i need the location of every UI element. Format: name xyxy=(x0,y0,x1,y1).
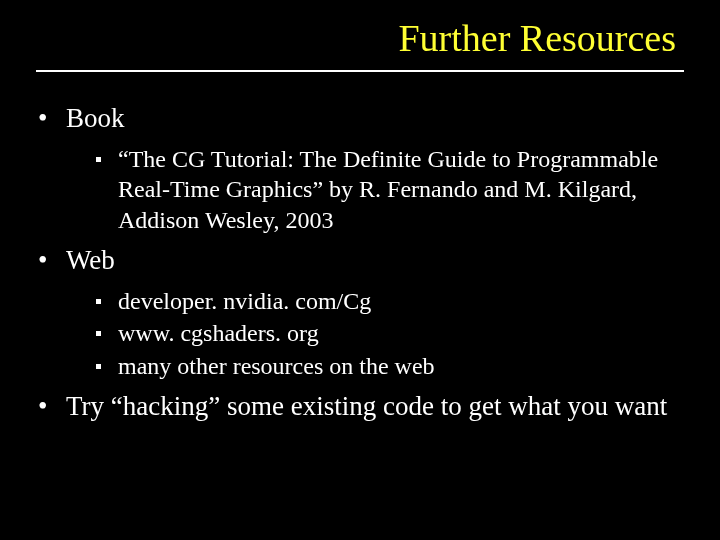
bullet-web: Web developer. nvidia. com/Cg www. cgsha… xyxy=(36,244,684,382)
sub-bullet-text: www. cgshaders. org xyxy=(118,320,319,346)
slide: Further Resources Book “The CG Tutorial:… xyxy=(0,0,720,540)
bullet-label: Book xyxy=(66,103,125,133)
bullet-label: Try “hacking” some existing code to get … xyxy=(66,391,667,421)
sub-bullet-text: many other resources on the web xyxy=(118,353,435,379)
bullet-book: Book “The CG Tutorial: The Definite Guid… xyxy=(36,102,684,236)
bullet-hacking: Try “hacking” some existing code to get … xyxy=(36,390,684,424)
bullet-list: Book “The CG Tutorial: The Definite Guid… xyxy=(36,102,684,424)
sub-bullet: many other resources on the web xyxy=(96,351,684,382)
slide-title: Further Resources xyxy=(36,16,684,66)
sub-list-web: developer. nvidia. com/Cg www. cgshaders… xyxy=(66,286,684,382)
slide-content: Book “The CG Tutorial: The Definite Guid… xyxy=(36,102,684,424)
sub-bullet: “The CG Tutorial: The Definite Guide to … xyxy=(96,144,684,236)
sub-bullet-text: “The CG Tutorial: The Definite Guide to … xyxy=(118,146,658,233)
sub-bullet-text: developer. nvidia. com/Cg xyxy=(118,288,371,314)
sub-bullet: developer. nvidia. com/Cg xyxy=(96,286,684,317)
sub-bullet: www. cgshaders. org xyxy=(96,318,684,349)
bullet-label: Web xyxy=(66,245,115,275)
sub-list-book: “The CG Tutorial: The Definite Guide to … xyxy=(66,144,684,236)
title-underline xyxy=(36,70,684,72)
